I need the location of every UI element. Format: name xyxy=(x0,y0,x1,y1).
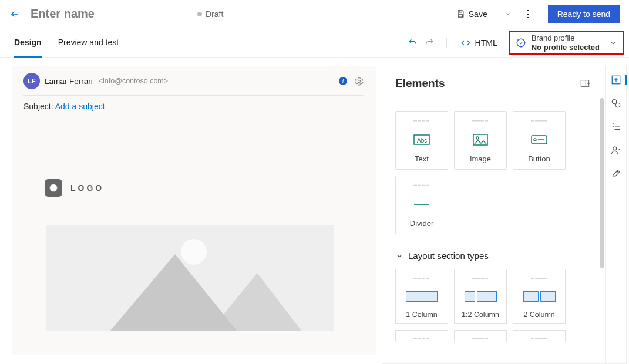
layout-1-column[interactable]: ┅┅┅┅ 1 Column xyxy=(395,269,448,324)
rail-shapes-icon[interactable] xyxy=(611,98,621,109)
redo-icon[interactable] xyxy=(421,38,438,48)
element-label: Divider xyxy=(410,219,433,234)
drag-handle-icon: ┅┅┅┅ xyxy=(413,182,430,189)
undo-icon[interactable] xyxy=(404,38,421,48)
subject-label: Subject: xyxy=(23,102,53,111)
save-button[interactable]: Save xyxy=(456,9,487,19)
email-canvas[interactable]: LF Lamar Ferrari <info@contoso.com> i Su… xyxy=(12,66,376,355)
image-icon xyxy=(473,124,488,154)
add-subject-link[interactable]: Add a subject xyxy=(55,102,105,111)
layout-title-text: Layout section types xyxy=(408,251,489,261)
html-view-button[interactable]: HTML xyxy=(455,38,503,48)
secondary-bar: Design Preview and test HTML Brand profi… xyxy=(0,28,629,58)
drag-handle-icon: ┅┅┅┅ xyxy=(531,275,547,282)
elements-panel: Elements ┅┅┅┅ Abc Text ┅┅┅┅ xyxy=(382,66,606,364)
rail-person-icon[interactable] xyxy=(611,145,621,156)
status-badge: Draft xyxy=(197,9,223,19)
brand-profile-label: Brand profile xyxy=(532,33,600,43)
element-text[interactable]: ┅┅┅┅ Abc Text xyxy=(395,111,448,170)
text-icon: Abc xyxy=(413,124,430,154)
elements-title: Elements xyxy=(395,77,445,90)
element-divider[interactable]: ┅┅┅┅ Divider xyxy=(395,176,448,234)
svg-point-11 xyxy=(612,99,617,104)
tab-preview-and-test[interactable]: Preview and test xyxy=(58,28,119,57)
element-button[interactable]: ┅┅┅┅ Button xyxy=(513,111,566,170)
from-row: LF Lamar Ferrari <info@contoso.com> i xyxy=(23,73,364,96)
drag-handle-icon: ┅┅┅┅ xyxy=(531,117,547,124)
chevron-down-icon xyxy=(609,39,617,47)
brand-profile-dropdown[interactable]: Brand profile No profile selected xyxy=(509,31,624,55)
layout-card-more[interactable]: ┅┅┅┅ xyxy=(454,330,507,342)
layout-2-column[interactable]: ┅┅┅┅ 2 Column xyxy=(513,269,566,324)
rail-add-icon[interactable] xyxy=(611,75,621,85)
scrollbar[interactable] xyxy=(600,98,604,268)
logo-text: LOGO xyxy=(70,183,104,193)
drag-handle-icon: ┅┅┅┅ xyxy=(472,275,489,282)
layout-card-more[interactable]: ┅┅┅┅ xyxy=(513,330,566,342)
image-placeholder[interactable] xyxy=(46,225,334,331)
layout-label: 1 Column xyxy=(406,311,438,323)
code-icon xyxy=(461,38,470,48)
placeholder-mountain-icon xyxy=(110,254,237,331)
save-split-chevron-icon[interactable] xyxy=(504,11,512,18)
element-image[interactable]: ┅┅┅┅ Image xyxy=(454,111,507,170)
svg-point-1 xyxy=(358,80,360,82)
svg-point-12 xyxy=(615,103,620,107)
element-label: Image xyxy=(470,154,491,169)
top-command-bar: Enter name Draft Save ⋯ Ready to send xyxy=(0,0,629,28)
rail-brush-icon[interactable] xyxy=(611,168,621,179)
overflow-menu-icon[interactable]: ⋯ xyxy=(522,3,535,25)
avatar: LF xyxy=(23,73,40,89)
drag-handle-icon: ┅┅┅┅ xyxy=(472,117,489,124)
save-label: Save xyxy=(469,9,487,19)
status-text: Draft xyxy=(206,9,223,19)
layout-label: 2 Column xyxy=(523,311,555,323)
svg-text:Abc: Abc xyxy=(417,137,427,144)
svg-point-13 xyxy=(613,147,617,150)
svg-point-6 xyxy=(476,137,479,139)
rail-list-icon[interactable] xyxy=(611,122,621,132)
layout-section-header[interactable]: Layout section types xyxy=(395,251,600,261)
svg-point-8 xyxy=(534,139,536,141)
from-email: <info@contoso.com> xyxy=(99,77,168,85)
ready-to-send-button[interactable]: Ready to send xyxy=(548,5,620,23)
layout-1-2-column[interactable]: ┅┅┅┅ 1:2 Column xyxy=(454,269,507,324)
drag-handle-icon: ┅┅┅┅ xyxy=(413,275,430,282)
page-title-input[interactable]: Enter name xyxy=(31,7,95,21)
brand-profile-value: No profile selected xyxy=(532,43,600,52)
element-label: Button xyxy=(528,154,550,169)
divider-icon xyxy=(414,189,429,219)
tab-design[interactable]: Design xyxy=(14,28,42,57)
layout-card-more[interactable]: ┅┅┅┅ xyxy=(395,330,448,342)
button-icon xyxy=(531,124,547,154)
info-icon[interactable]: i xyxy=(339,77,347,85)
brand-gear-icon xyxy=(515,37,527,49)
logo-icon xyxy=(45,179,62,197)
back-arrow-icon[interactable] xyxy=(9,9,20,19)
layout-label: 1:2 Column xyxy=(462,311,499,323)
settings-gear-icon[interactable] xyxy=(354,76,364,86)
element-label: Text xyxy=(415,154,429,169)
drag-handle-icon: ┅┅┅┅ xyxy=(413,117,430,124)
side-icon-rail xyxy=(606,66,627,364)
from-name: Lamar Ferrari xyxy=(45,77,93,86)
status-dot-icon xyxy=(197,12,202,16)
logo-placeholder[interactable]: LOGO xyxy=(45,179,376,197)
html-label: HTML xyxy=(475,38,497,48)
subject-row: Subject: Add a subject xyxy=(23,96,364,111)
expand-panel-icon[interactable] xyxy=(580,79,590,87)
